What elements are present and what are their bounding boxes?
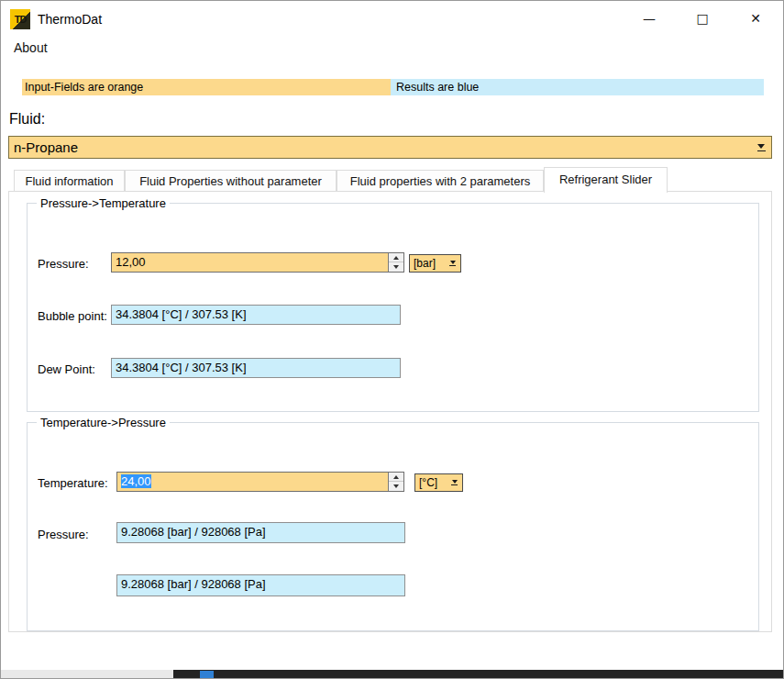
spinner-up-icon[interactable] xyxy=(389,473,403,482)
pressure-unit-dropdown[interactable]: [bar] xyxy=(409,254,461,273)
close-button[interactable]: ✕ xyxy=(734,1,777,36)
pressure-result-alt: 9.28068 [bar] / 928068 [Pa] xyxy=(116,574,405,596)
tab-fluid-properties-without-parameter[interactable]: Fluid Properties without parameter xyxy=(125,170,337,192)
bubble-point-label: Bubble point: xyxy=(38,309,107,323)
thermodat-window: TD ThermoDat — □ ✕ About Input-Fields ar… xyxy=(0,0,784,679)
group-title: Temperature->Pressure xyxy=(37,416,170,429)
spinner-down-icon[interactable] xyxy=(389,262,403,272)
tab-strip: Fluid information Fluid Properties witho… xyxy=(8,167,772,192)
menu-about[interactable]: About xyxy=(10,38,51,60)
temperature-label: Temperature: xyxy=(38,476,108,490)
dew-point-result: 34.3804 [°C] / 307.53 [K] xyxy=(111,358,401,378)
fluid-combobox[interactable]: n-Propane xyxy=(8,136,772,159)
group-temperature-to-pressure: Temperature->Pressure Temperature: 24,00… xyxy=(27,422,759,631)
temperature-input[interactable]: 24,00 xyxy=(116,472,404,492)
spinner-up-icon[interactable] xyxy=(389,253,403,262)
pressure-result: 9.28068 [bar] / 928068 [Pa] xyxy=(116,522,405,543)
temperature-spinner[interactable] xyxy=(388,473,403,491)
minimize-button[interactable]: — xyxy=(628,1,670,36)
pressure-label: Pressure: xyxy=(38,257,89,271)
selected-text: 24,00 xyxy=(121,474,151,488)
group-title: Pressure->Temperature xyxy=(37,196,170,210)
spinner-down-icon[interactable] xyxy=(389,482,403,491)
fluid-dropdown-arrow-icon[interactable] xyxy=(753,139,769,156)
fluid-selected-value: n-Propane xyxy=(14,139,78,155)
temperature-unit-dropdown[interactable]: [°C] xyxy=(414,473,463,492)
legend-input-fields: Input-Fields are orange xyxy=(22,79,391,95)
maximize-button[interactable]: □ xyxy=(681,1,723,36)
pressure-spinner[interactable] xyxy=(388,253,403,272)
tab-fluid-information[interactable]: Fluid information xyxy=(14,170,125,192)
tab-fluid-properties-with-2-parameters[interactable]: Fluid properties with 2 parameters xyxy=(337,170,544,192)
menu-bar: About xyxy=(1,38,783,60)
taskbar-light-segment xyxy=(1,670,173,679)
unit-dropdown-arrow-icon[interactable] xyxy=(446,256,459,271)
taskbar-app-icon xyxy=(200,671,214,679)
window-title: ThermoDat xyxy=(38,1,102,38)
app-icon: TD xyxy=(10,9,30,29)
group-pressure-to-temperature: Pressure->Temperature Pressure: 12,00 [b… xyxy=(27,203,759,412)
legend-results: Results are blue xyxy=(391,79,764,95)
refrigerant-slider-panel: Pressure->Temperature Pressure: 12,00 [b… xyxy=(8,191,772,632)
tab-refrigerant-slider[interactable]: Refrigerant Slider xyxy=(544,167,668,193)
dew-point-label: Dew Point: xyxy=(38,362,95,376)
fluid-label: Fluid: xyxy=(9,111,45,128)
taskbar-dark-segment xyxy=(173,670,784,679)
bubble-point-result: 34.3804 [°C] / 307.53 [K] xyxy=(111,305,401,325)
pressure-input[interactable]: 12,00 xyxy=(111,252,404,273)
pressure-result-label: Pressure: xyxy=(38,528,89,541)
title-bar: TD ThermoDat — □ ✕ xyxy=(1,1,783,38)
unit-dropdown-arrow-icon[interactable] xyxy=(447,475,461,490)
